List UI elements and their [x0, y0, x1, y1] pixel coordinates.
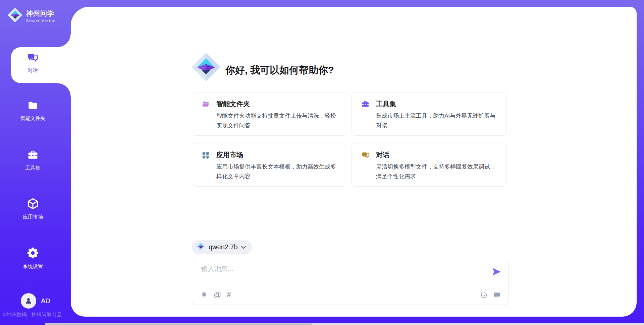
- user-row: AD: [21, 293, 50, 309]
- greeting-logo-icon: [191, 52, 221, 83]
- send-icon[interactable]: [492, 267, 501, 276]
- person-icon: [24, 297, 33, 305]
- sidebar-footer: ©神州数码 · 神州问学出品: [3, 312, 80, 318]
- sidebar-item-label: 应用市场: [23, 214, 43, 220]
- brand-logo-icon: [7, 7, 23, 24]
- gear-icon: [26, 247, 39, 260]
- model-selector[interactable]: qwen2:7b: [192, 240, 252, 254]
- sidebar-item-label: 智能文件夹: [20, 115, 46, 121]
- chat-icon: [27, 52, 39, 64]
- greeting-title: 你好, 我可以如何帮助你?: [225, 64, 334, 77]
- cube-icon: [27, 198, 39, 211]
- message-input[interactable]: [201, 263, 479, 274]
- sidebar-item-settings[interactable]: 系统设置: [0, 247, 66, 269]
- folder-icon: [202, 100, 210, 110]
- sidebar-item-apps[interactable]: 应用市场: [0, 198, 66, 220]
- brand-subtitle: Smart Vision: [26, 19, 56, 23]
- card-toolbox[interactable]: 工具集 集成市场上主流工具，助力AI与外界无缝扩展与对接: [352, 92, 507, 136]
- card-title: 工具集: [376, 100, 499, 108]
- sidebar-item-label: 对话: [28, 67, 38, 73]
- avatar[interactable]: [21, 293, 36, 309]
- history-icon[interactable]: [480, 291, 488, 299]
- hashtag-icon[interactable]: #: [227, 291, 231, 299]
- card-chat[interactable]: 对话 灵活切换多模型文件，支持多样回复效果调试，满足个性化需求: [352, 143, 507, 187]
- model-logo-icon: [196, 242, 205, 252]
- model-name: qwen2:7b: [209, 243, 238, 251]
- active-tab-curve-bottom: [57, 83, 71, 96]
- folder-icon: [27, 100, 39, 112]
- sidebar-item-toolbox[interactable]: 工具集: [0, 149, 66, 171]
- chat-icon: [361, 151, 370, 160]
- brand: 神州问学 Smart Vision: [7, 7, 56, 24]
- message-composer: @ #: [192, 258, 508, 305]
- horizontal-scrollbar-thumb[interactable]: [45, 323, 312, 325]
- card-description: 灵活切换多模型文件，支持多样回复效果调试，满足个性化需求: [376, 162, 501, 181]
- card-description: 应用市场提供丰富长文本模板，助力高效生成多样化文章内容: [216, 162, 341, 181]
- apps-icon: [202, 151, 210, 161]
- sidebar-item-label: 系统设置: [23, 263, 43, 269]
- card-title: 对话: [376, 150, 499, 159]
- card-app-market[interactable]: 应用市场 应用市场提供丰富长文本模板，助力高效生成多样化文章内容: [192, 143, 347, 187]
- card-smart-folder[interactable]: 智能文件夹 智能文件夹功能支持批量文件上传与清洗，轻松实现文件问答: [192, 92, 347, 136]
- mention-icon[interactable]: @: [214, 291, 221, 299]
- attachment-icon[interactable]: [201, 291, 208, 299]
- card-description: 集成市场上主流工具，助力AI与外界无缝扩展与对接: [376, 111, 501, 130]
- sidebar-item-chat[interactable]: 对话: [0, 52, 66, 73]
- brand-name: 神州问学: [26, 9, 56, 18]
- card-description: 智能文件夹功能支持批量文件上传与清洗，轻松实现文件问答: [216, 111, 341, 130]
- composer-divider: [196, 284, 505, 284]
- active-tab-curve-top: [57, 34, 71, 47]
- feature-cards: 智能文件夹 智能文件夹功能支持批量文件上传与清洗，轻松实现文件问答 工具集 集成…: [192, 92, 509, 187]
- user-name: AD: [41, 297, 50, 305]
- card-title: 应用市场: [216, 150, 339, 159]
- toolbox-icon: [27, 149, 39, 162]
- sidebar-item-folder[interactable]: 智能文件夹: [0, 100, 66, 121]
- chevron-down-icon: [241, 244, 246, 250]
- toolbox-icon: [361, 100, 370, 110]
- chat-bubble-icon[interactable]: [493, 291, 501, 299]
- card-title: 智能文件夹: [216, 100, 339, 108]
- sidebar: 神州问学 Smart Vision 对话 智能文件夹: [0, 0, 71, 325]
- sidebar-item-label: 工具集: [25, 165, 41, 171]
